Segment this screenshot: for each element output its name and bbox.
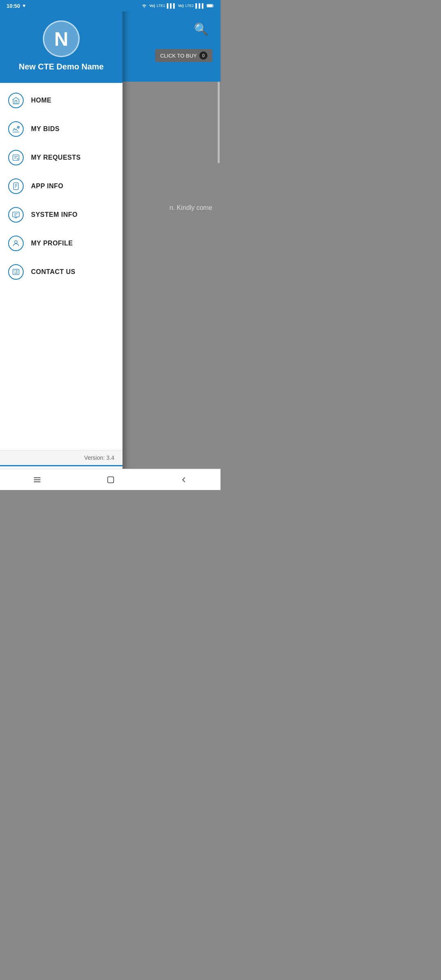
volte2-label: Vo) bbox=[178, 4, 184, 8]
status-left: 10:50 ♥ bbox=[7, 3, 25, 9]
system-info-icon-wrap bbox=[8, 207, 24, 223]
battery-icon bbox=[207, 3, 214, 8]
app-info-icon bbox=[12, 182, 20, 190]
scrollbar[interactable] bbox=[218, 82, 220, 163]
nav-item-my-bids[interactable]: MY BIDS bbox=[0, 115, 122, 143]
home-icon-wrap bbox=[8, 93, 24, 108]
bottom-nav bbox=[0, 469, 220, 490]
svg-rect-11 bbox=[13, 212, 20, 217]
lte1-label: LTE1 bbox=[157, 4, 165, 8]
lte2-label: LTE2 bbox=[185, 4, 194, 8]
profile-icon-wrap bbox=[8, 236, 24, 251]
svg-point-24 bbox=[14, 272, 15, 272]
click-to-buy-badge: 0 bbox=[199, 51, 207, 60]
navigation-drawer: N New CTE Demo Name HOME bbox=[0, 0, 122, 490]
nav-label-contact-us: CONTACT US bbox=[31, 268, 76, 276]
status-bar: 10:50 ♥ Vo) LTE1 ▌▌▌ Vo) LTE2 ▌▌▌ bbox=[0, 0, 220, 11]
search-icon: 🔍 bbox=[194, 22, 208, 36]
back-arrow-icon bbox=[179, 475, 188, 484]
volte1-label: Vo) bbox=[149, 4, 155, 8]
drawer-header: N New CTE Demo Name bbox=[0, 0, 122, 83]
contact-icon-wrap bbox=[8, 264, 24, 280]
svg-point-23 bbox=[14, 270, 15, 271]
nav-item-my-requests[interactable]: MY REQUESTS bbox=[0, 143, 122, 172]
requests-icon-wrap bbox=[8, 150, 24, 165]
bids-icon bbox=[12, 125, 20, 133]
user-name: New CTE Demo Name bbox=[19, 62, 104, 71]
hamburger-icon bbox=[32, 475, 42, 485]
nav-item-system-info[interactable]: SYSTEM INFO bbox=[0, 200, 122, 229]
bottom-nav-home[interactable] bbox=[98, 472, 123, 488]
nav-label-profile: MY PROFILE bbox=[31, 240, 73, 247]
nav-item-my-profile[interactable]: MY PROFILE bbox=[0, 229, 122, 258]
bids-icon-wrap bbox=[8, 121, 24, 137]
bg-body-text: n. Kindly come bbox=[169, 204, 212, 212]
nav-label-bids: MY BIDS bbox=[31, 125, 60, 133]
status-right: Vo) LTE1 ▌▌▌ Vo) LTE2 ▌▌▌ bbox=[141, 3, 214, 9]
nav-list: HOME MY BIDS bbox=[0, 83, 122, 450]
avatar: N bbox=[43, 20, 80, 57]
avatar-letter: N bbox=[54, 28, 69, 50]
version-label: Version: 3.4 bbox=[84, 454, 114, 461]
app-info-icon-wrap bbox=[8, 178, 24, 194]
bottom-nav-menu[interactable] bbox=[24, 472, 50, 488]
nav-label-requests: MY REQUESTS bbox=[31, 154, 81, 161]
nav-label-app-info: APP INFO bbox=[31, 183, 63, 190]
signal1-icon: ▌▌▌ bbox=[167, 3, 176, 8]
click-to-buy-label: CLICK TO BUY bbox=[160, 53, 197, 59]
bottom-nav-back[interactable] bbox=[171, 472, 196, 488]
svg-rect-29 bbox=[108, 477, 114, 483]
system-info-icon bbox=[12, 211, 20, 219]
click-to-buy-button[interactable]: CLICK TO BUY 0 bbox=[155, 49, 212, 62]
nav-item-app-info[interactable]: APP INFO bbox=[0, 172, 122, 200]
nav-label-system-info: SYSTEM INFO bbox=[31, 211, 78, 218]
version-text: Version: 3.4 bbox=[0, 450, 122, 465]
clock: 10:50 bbox=[7, 3, 20, 9]
wifi-icon bbox=[141, 3, 148, 9]
contact-icon bbox=[12, 268, 20, 276]
svg-rect-7 bbox=[13, 183, 18, 190]
nav-item-home[interactable]: HOME bbox=[0, 86, 122, 115]
signal2-icon: ▌▌▌ bbox=[196, 3, 205, 8]
svg-rect-4 bbox=[13, 155, 19, 160]
nav-label-home: HOME bbox=[31, 97, 51, 104]
nav-item-contact-us[interactable]: CONTACT US bbox=[0, 258, 122, 286]
profile-icon bbox=[12, 239, 20, 247]
home-icon bbox=[12, 96, 20, 105]
heart-icon: ♥ bbox=[22, 3, 25, 9]
square-icon bbox=[106, 475, 115, 484]
svg-rect-1 bbox=[207, 4, 212, 7]
requests-icon bbox=[12, 154, 20, 162]
svg-point-16 bbox=[15, 241, 18, 243]
